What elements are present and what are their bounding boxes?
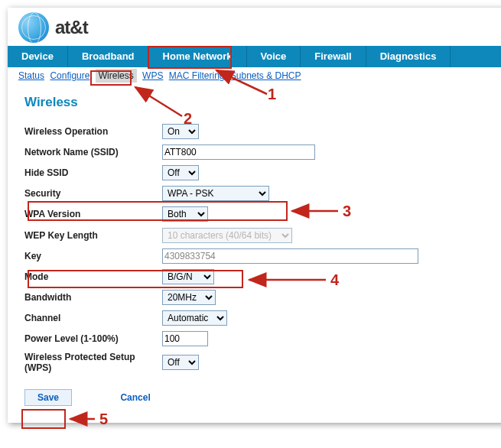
select-hide-ssid[interactable]: Off <box>162 165 199 180</box>
tab-diagnostics[interactable]: Diagnostics <box>366 46 451 67</box>
select-wep-key-length: 10 characters (40/64 bits) <box>162 228 292 243</box>
label-security: Security <box>24 188 162 199</box>
select-mode[interactable]: B/G/N <box>162 269 214 284</box>
att-globe-icon <box>18 12 49 43</box>
select-security[interactable]: WPA - PSK <box>162 186 269 201</box>
label-wpa-version: WPA Version <box>24 209 162 219</box>
label-bandwidth: Bandwidth <box>24 292 162 303</box>
subnav-wps[interactable]: WPS <box>142 70 163 81</box>
subnav-status[interactable]: Status <box>18 70 44 81</box>
sub-nav: Status Configure Wireless WPS MAC Filter… <box>8 67 501 84</box>
label-wep-key-length: WEP Key Length <box>24 230 162 241</box>
input-power-level[interactable] <box>162 331 208 346</box>
save-button[interactable]: Save <box>24 389 72 406</box>
select-wps[interactable]: Off <box>162 355 199 370</box>
tab-broadband[interactable]: Broadband <box>68 46 149 67</box>
select-bandwidth[interactable]: 20MHz <box>162 290 216 305</box>
label-hide-ssid: Hide SSID <box>24 167 162 178</box>
tab-voice[interactable]: Voice <box>247 46 301 67</box>
input-key[interactable] <box>162 248 418 264</box>
brand-text: at&t <box>55 17 88 38</box>
label-wireless-operation: Wireless Operation <box>24 126 162 137</box>
header: at&t <box>8 8 501 46</box>
label-wps: Wireless Protected Setup (WPS) <box>24 352 162 373</box>
subnav-configure[interactable]: Configure <box>50 70 89 81</box>
select-channel[interactable]: Automatic <box>162 310 227 326</box>
subnav-subnets-dhcp[interactable]: Subnets & DHCP <box>230 70 301 81</box>
label-key: Key <box>24 251 162 261</box>
label-channel: Channel <box>24 313 162 323</box>
subnav-mac-filtering[interactable]: MAC Filtering <box>169 70 225 81</box>
main-nav: Device Broadband Home Network Voice Fire… <box>8 46 501 67</box>
select-wpa-version[interactable]: Both <box>162 206 208 222</box>
select-wireless-operation[interactable]: On <box>162 124 199 139</box>
input-ssid[interactable] <box>162 144 315 160</box>
label-mode: Mode <box>24 271 162 282</box>
subnav-wireless[interactable]: Wireless <box>96 69 137 83</box>
label-power-level: Power Level (1-100%) <box>24 333 162 344</box>
tab-firewall[interactable]: Firewall <box>301 46 366 67</box>
tab-device[interactable]: Device <box>8 46 68 67</box>
cancel-link[interactable]: Cancel <box>120 392 150 403</box>
tab-home-network[interactable]: Home Network <box>149 46 247 67</box>
label-ssid: Network Name (SSID) <box>24 147 162 157</box>
page-title: Wireless <box>24 95 488 110</box>
